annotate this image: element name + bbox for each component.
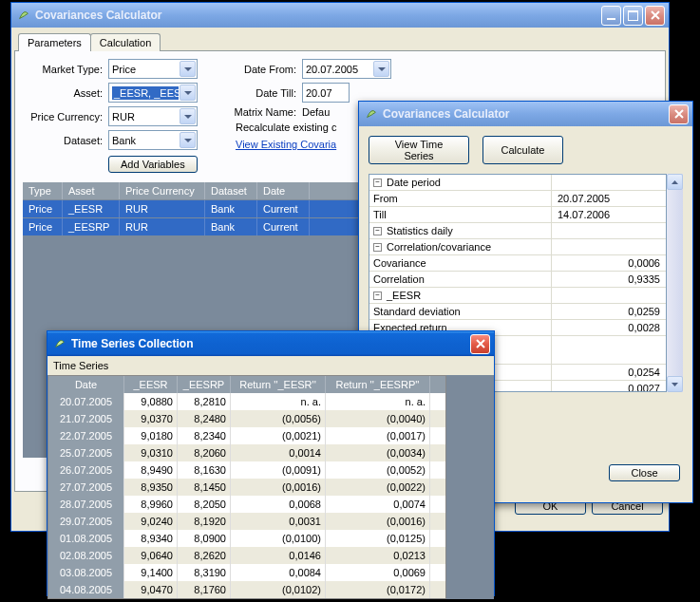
titlebar[interactable]: Covariances Calculator — [359, 102, 692, 126]
table-row[interactable]: 29.07.20059,02408,19200,0031(0,0016) — [48, 513, 445, 530]
table-row[interactable]: 27.07.20058,93508,1450(0,0016)(0,0022) — [48, 479, 445, 496]
scrollbar-vertical[interactable] — [667, 174, 683, 392]
titlebar[interactable]: Time Series Collection — [47, 331, 494, 356]
recalc-label: Recalculate existing c — [236, 122, 336, 133]
app-icon — [17, 9, 30, 22]
price-currency-select[interactable]: RUR — [108, 106, 198, 126]
table-row[interactable]: 21.07.20059,03708,2480(0,0056)(0,0040) — [48, 410, 445, 427]
date-from-select[interactable]: 20.07.2005 — [302, 59, 391, 79]
col-type[interactable]: Type — [23, 182, 63, 199]
titlebar[interactable]: Covariances Calculator — [11, 3, 669, 28]
maximize-button[interactable] — [623, 6, 643, 26]
col-date[interactable]: Date — [257, 182, 310, 199]
market-type-label: Market Type: — [23, 64, 108, 75]
table-row[interactable]: 20.07.20059,08808,2810n. a.n. a. — [48, 393, 445, 410]
table-row[interactable]: 26.07.20058,94908,1630(0,0091)(0,0052) — [48, 461, 445, 479]
col-ret-eesr[interactable]: Return ''_EESR'' — [231, 376, 326, 393]
table-row[interactable]: 22.07.20059,01808,2340(0,0021)(0,0017) — [48, 427, 445, 444]
table-row[interactable]: 02.08.20059,06408,26200,01460,0213 — [48, 547, 445, 564]
close-button[interactable] — [669, 104, 689, 124]
chevron-down-icon[interactable] — [373, 61, 389, 77]
col-ret-eesrp[interactable]: Return ''_EESRP'' — [326, 376, 430, 393]
ts-subtitle: Time Series — [47, 356, 494, 375]
close-dialog-button[interactable]: Close — [609, 464, 680, 481]
market-type-select[interactable]: Price — [108, 59, 198, 79]
asset-select[interactable]: _EESR, _EESRP — [108, 83, 198, 103]
app-icon — [365, 107, 378, 121]
window-title: Covariances Calculator — [35, 9, 601, 22]
table-row[interactable]: 25.07.20059,03108,20600,0014(0,0034) — [48, 444, 445, 461]
tab-calculation[interactable]: Calculation — [90, 33, 161, 51]
chevron-down-icon[interactable] — [180, 108, 196, 124]
collapse-icon[interactable]: − — [373, 243, 382, 252]
dataset-label: Dataset: — [23, 135, 108, 146]
collapse-icon[interactable]: − — [373, 179, 382, 187]
chevron-down-icon[interactable] — [180, 61, 196, 77]
close-button[interactable] — [470, 334, 490, 354]
col-eesrp[interactable]: _EESRP — [178, 376, 231, 393]
table-row[interactable]: 01.08.20058,93408,0900(0,0100)(0,0125) — [48, 530, 445, 547]
table-row[interactable]: 28.07.20058,99608,20500,00680,0074 — [48, 496, 445, 513]
col-date[interactable]: Date — [48, 376, 124, 393]
asset-label: Asset: — [23, 87, 108, 99]
window-title: Time Series Collection — [71, 337, 470, 350]
dataset-select[interactable]: Bank — [108, 130, 198, 150]
matrix-name-label: Matrix Name: — [226, 106, 302, 118]
price-currency-label: Price Currency: — [23, 111, 108, 122]
date-till-select[interactable]: 20.07 — [302, 83, 350, 103]
view-time-series-button[interactable]: View Time Series — [369, 136, 469, 164]
tab-parameters[interactable]: Parameters — [18, 33, 91, 51]
col-dataset[interactable]: Dataset — [205, 182, 257, 199]
window-title: Covariances Calculator — [383, 107, 669, 121]
minimize-button[interactable] — [601, 6, 621, 26]
chevron-down-icon[interactable] — [180, 132, 196, 148]
collapse-icon[interactable]: − — [373, 227, 382, 235]
calculate-button[interactable]: Calculate — [482, 136, 563, 164]
view-existing-link[interactable]: View Existing Covaria — [236, 139, 336, 150]
date-from-label: Date From: — [226, 64, 302, 75]
col-pc[interactable]: Price Currency — [120, 182, 205, 199]
table-row[interactable]: 03.08.20059,14008,31900,00840,0069 — [48, 564, 445, 581]
chevron-down-icon[interactable] — [180, 85, 196, 101]
date-till-label: Date Till: — [226, 87, 302, 99]
time-series-grid: Date _EESR _EESRP Return ''_EESR'' Retur… — [47, 375, 446, 599]
time-series-window: Time Series Collection Time Series Date … — [47, 330, 495, 596]
matrix-name-value: Defau — [302, 106, 330, 118]
scroll-up-icon[interactable] — [667, 174, 683, 190]
table-row[interactable]: 04.08.20059,04708,1760(0,0102)(0,0172) — [48, 581, 445, 598]
col-asset[interactable]: Asset — [63, 182, 120, 199]
col-eesr[interactable]: _EESR — [124, 376, 178, 393]
scroll-down-icon[interactable] — [667, 376, 683, 392]
add-variables-button[interactable]: Add Variables — [108, 156, 198, 173]
app-icon — [53, 337, 66, 350]
close-button[interactable] — [645, 6, 665, 26]
collapse-icon[interactable]: − — [373, 292, 382, 300]
